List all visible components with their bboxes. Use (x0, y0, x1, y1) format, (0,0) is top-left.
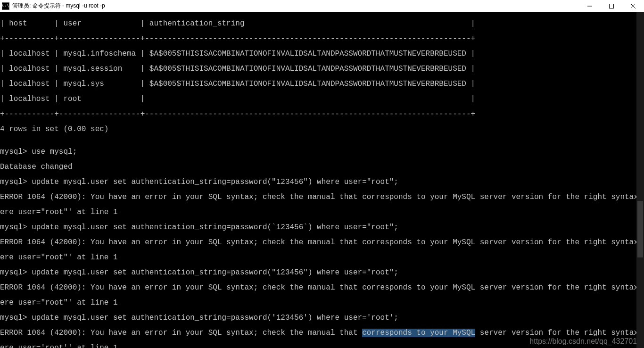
sql-command: mysql> update mysql.user set authenticat… (0, 314, 644, 322)
sql-command: mysql> update mysql.user set authenticat… (0, 224, 644, 231)
error-text: server version for the right syntax to u… (475, 329, 644, 337)
rows-summary: 4 rows in set (0.00 sec) (0, 125, 644, 133)
error-text: ERROR 1064 (42000): You have an error in… (0, 329, 362, 337)
sql-error: ere user="root"' at line 1 (0, 254, 644, 261)
table-border: +-----------+------------------+--------… (0, 35, 644, 42)
sql-error: ere user="root"' at line 1 (0, 299, 644, 307)
sql-error: ere user="root"' at line 1 (0, 208, 644, 216)
table-header-row: | host | user | authentication_string | (0, 20, 644, 27)
close-button[interactable] (622, 0, 644, 12)
window-title: 管理员: 命令提示符 - mysql -u root -p (12, 2, 105, 10)
close-icon (631, 4, 636, 8)
sql-error: ERROR 1064 (42000): You have an error in… (0, 329, 644, 337)
table-row: | localhost | mysql.sys | $A$005$THISISA… (0, 80, 644, 88)
terminal-output[interactable]: | host | user | authentication_string | … (0, 12, 644, 348)
minimize-icon (587, 4, 592, 8)
sql-error: ERROR 1064 (42000): You have an error in… (0, 193, 644, 201)
sql-command: mysql> use mysql; (0, 148, 644, 156)
sql-error: ERROR 1064 (42000): You have an error in… (0, 239, 644, 246)
scrollbar-thumb[interactable] (637, 201, 643, 257)
sql-command: mysql> update mysql.user set authenticat… (0, 178, 644, 186)
selected-text: corresponds to your MySQL (362, 329, 475, 337)
maximize-icon (609, 4, 614, 8)
vertical-scrollbar[interactable] (636, 12, 644, 348)
sql-error: ERROR 1064 (42000): You have an error in… (0, 284, 644, 291)
table-row: | localhost | mysql.infoschema | $A$005$… (0, 50, 644, 58)
sql-command: mysql> update mysql.user set authenticat… (0, 269, 644, 276)
svg-rect-0 (610, 4, 614, 8)
minimize-button[interactable] (579, 0, 601, 12)
table-border: +-----------+------------------+--------… (0, 110, 644, 118)
cmd-window: C:\ 管理员: 命令提示符 - mysql -u root -p | host… (0, 0, 644, 348)
sql-output: Database changed (0, 163, 644, 171)
watermark: https://blog.csdn.net/qq_4327015 (529, 338, 641, 345)
maximize-button[interactable] (601, 0, 622, 12)
cmd-icon: C:\ (2, 2, 9, 10)
titlebar[interactable]: C:\ 管理员: 命令提示符 - mysql -u root -p (0, 0, 644, 12)
table-row: | localhost | root | | (0, 95, 644, 103)
table-row: | localhost | mysql.session | $A$005$THI… (0, 65, 644, 73)
